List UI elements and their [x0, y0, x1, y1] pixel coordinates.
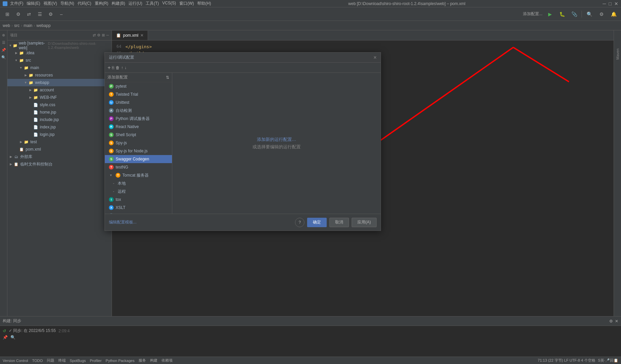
dialog-copy-icon[interactable]: ⎘: [112, 65, 114, 70]
menu-run[interactable]: 运行(U): [128, 1, 142, 6]
breadcrumb-web[interactable]: web: [3, 23, 10, 28]
spotbugs-tab[interactable]: SpotBugs: [70, 359, 86, 363]
debug-button[interactable]: 🐛: [557, 9, 567, 19]
dialog-move-down-icon[interactable]: ↓: [124, 65, 126, 70]
todo-tab[interactable]: TODO: [32, 359, 43, 363]
python-packages-tab[interactable]: Python Packages: [106, 359, 135, 363]
sort-icon[interactable]: ⇅: [166, 75, 169, 80]
menu-edit[interactable]: 编辑(E): [27, 1, 40, 6]
ok-button[interactable]: 确定: [307, 218, 327, 227]
tree-item-external[interactable]: ▶ 🗂 外部库: [7, 153, 112, 160]
menu-view[interactable]: 视图(V): [43, 1, 57, 6]
dialog-delete-icon[interactable]: 🗑: [116, 65, 120, 70]
config-spyjs[interactable]: S Spy-js: [105, 139, 172, 147]
config-tomcat[interactable]: ▼ T Tomcat 服务器: [105, 171, 172, 179]
config-twisted[interactable]: T Twisted Trial: [105, 90, 172, 98]
config-autodetect[interactable]: A 自动检测: [105, 107, 172, 115]
config-tox[interactable]: t tox: [105, 195, 172, 204]
sidebar-expand-icon[interactable]: ⊞: [102, 33, 105, 37]
sidebar-collapse-icon[interactable]: ─: [106, 33, 109, 37]
search-icon[interactable]: 🔍: [585, 9, 594, 19]
bottom-close-icon[interactable]: ✕: [615, 319, 618, 324]
toolbar-settings-icon[interactable]: ⚙: [13, 9, 23, 19]
menu-file[interactable]: 文件(F): [10, 1, 23, 6]
toolbar-project-icon[interactable]: ⊞: [3, 9, 12, 19]
services-tab[interactable]: 服务: [139, 358, 146, 363]
bottom-settings-icon[interactable]: ⚙: [609, 319, 613, 324]
version-control-tab[interactable]: Version Control: [3, 359, 28, 363]
dialog-add-icon[interactable]: +: [108, 65, 111, 71]
menu-tools[interactable]: 工具(T): [146, 1, 159, 6]
menu-help[interactable]: 帮助(H): [197, 1, 211, 6]
side-icon-1[interactable]: ⊕: [0, 32, 7, 38]
config-pytest[interactable]: P pytest: [105, 82, 172, 90]
menu-vcs[interactable]: VCS(S): [162, 1, 176, 6]
terminal-tab[interactable]: 终端: [58, 358, 66, 363]
tree-item-webapp[interactable]: ▼ 📁 webapp: [7, 79, 112, 86]
window-controls[interactable]: ─ □ ✕: [603, 1, 618, 6]
tab-close-icon[interactable]: ✕: [140, 33, 144, 38]
attach-button[interactable]: 📎: [569, 9, 579, 19]
config-python-debug[interactable]: P Python 调试服务器: [105, 115, 172, 123]
tab-pomxml[interactable]: 📋 pom.xml ✕: [112, 31, 148, 40]
toolbar-sync-icon[interactable]: ⇄: [24, 9, 34, 19]
config-unittest[interactable]: U Unittest: [105, 98, 172, 107]
toolbar-minus-icon[interactable]: –: [57, 9, 66, 19]
maximize-button[interactable]: □: [609, 1, 612, 6]
settings-icon[interactable]: ⚙: [597, 9, 606, 19]
breadcrumb-webapp[interactable]: webapp: [36, 23, 51, 28]
sidebar-gear-icon[interactable]: ⚙: [97, 33, 100, 37]
toolbar-layout-icon[interactable]: ☰: [35, 9, 45, 19]
dependencies-tab[interactable]: 依赖项: [161, 358, 173, 363]
side-icon-4[interactable]: 🔍: [0, 54, 7, 61]
config-tomcat-local[interactable]: - 本地: [105, 179, 172, 187]
config-react-native[interactable]: R React Native: [105, 123, 172, 131]
tree-item-webinf[interactable]: ▶ 📁 WEB-INF: [7, 94, 112, 101]
dialog-move-up-icon[interactable]: ↑: [121, 65, 123, 70]
tree-item-homejsp[interactable]: ▶ 📄 home.jsp: [7, 109, 112, 116]
apply-button[interactable]: 应用(A): [352, 218, 377, 227]
tree-item-account[interactable]: ▶ 📁 account: [7, 86, 112, 94]
problems-tab[interactable]: 问题: [47, 358, 54, 363]
sidebar-sync-icon[interactable]: ⇄: [93, 33, 96, 37]
tree-item-resources[interactable]: ▶ 📁 resources: [7, 71, 112, 79]
tree-item-idea[interactable]: ▶ 📁 .idea: [7, 49, 112, 57]
menu-window[interactable]: 窗口(W): [179, 1, 194, 6]
profiler-tab[interactable]: Profiler: [90, 359, 102, 363]
tree-item-stylecss[interactable]: ▶ 📄 style.css: [7, 101, 112, 109]
menu-build[interactable]: 构建(B): [112, 1, 125, 6]
menu-nav[interactable]: 导航(N): [60, 1, 74, 6]
tree-item-loginjsp[interactable]: ▶ 📄 login.jsp: [7, 131, 112, 138]
config-spyjs-node[interactable]: S Spy-js for Node.js: [105, 147, 172, 155]
tree-item-main[interactable]: ▼ 📁 main: [7, 64, 112, 71]
cancel-button[interactable]: 取消: [329, 218, 349, 227]
help-button[interactable]: ?: [295, 218, 304, 227]
config-tomcat-remote[interactable]: - 远程: [105, 187, 172, 195]
config-shell-script[interactable]: S Shell Script: [105, 131, 172, 139]
tree-item-web[interactable]: ▼ 📁 web [samples-web] D:\Download\shiro-…: [7, 42, 112, 49]
notification-icon[interactable]: 🔔: [609, 9, 618, 19]
side-icon-2[interactable]: ☰: [0, 39, 7, 46]
config-swagger[interactable]: S Swagger Codegen: [105, 155, 172, 163]
bottom-action-icon[interactable]: 🔍: [10, 335, 16, 340]
close-button[interactable]: ✕: [614, 1, 618, 6]
breadcrumb-main[interactable]: main: [24, 23, 32, 28]
tree-item-scratch[interactable]: ▶ 📋 临时文件和控制台: [7, 160, 112, 168]
config-testng[interactable]: T testNG: [105, 163, 172, 171]
tree-item-includejsp[interactable]: ▶ 📄 include.jsp: [7, 116, 112, 123]
toolbar-gear-icon[interactable]: ⚙: [46, 9, 55, 19]
tree-item-indexjsp[interactable]: ▶ 📄 index.jsp: [7, 123, 112, 131]
menu-code[interactable]: 代码(C): [78, 1, 91, 6]
menu-bar[interactable]: 文件(F) 编辑(E) 视图(V) 导航(N) 代码(C) 重构(R) 构建(B…: [10, 1, 211, 6]
breadcrumb-src[interactable]: src: [14, 23, 20, 28]
run-button[interactable]: ▶: [545, 9, 555, 19]
minimize-button[interactable]: ─: [603, 1, 606, 6]
tree-item-pomxml[interactable]: ▶ 📋 pom.xml: [7, 146, 112, 153]
tree-item-src[interactable]: ▼ 📁 src: [7, 57, 112, 64]
tree-item-test[interactable]: ▶ 📁 test: [7, 138, 112, 146]
build-tab[interactable]: 构建: [150, 358, 157, 363]
edit-templates-link[interactable]: 编辑配置模板...: [109, 219, 137, 225]
dialog-close-button[interactable]: ×: [374, 55, 377, 61]
config-xslt[interactable]: X XSLT: [105, 204, 172, 212]
side-icon-3[interactable]: 📌: [0, 47, 7, 53]
